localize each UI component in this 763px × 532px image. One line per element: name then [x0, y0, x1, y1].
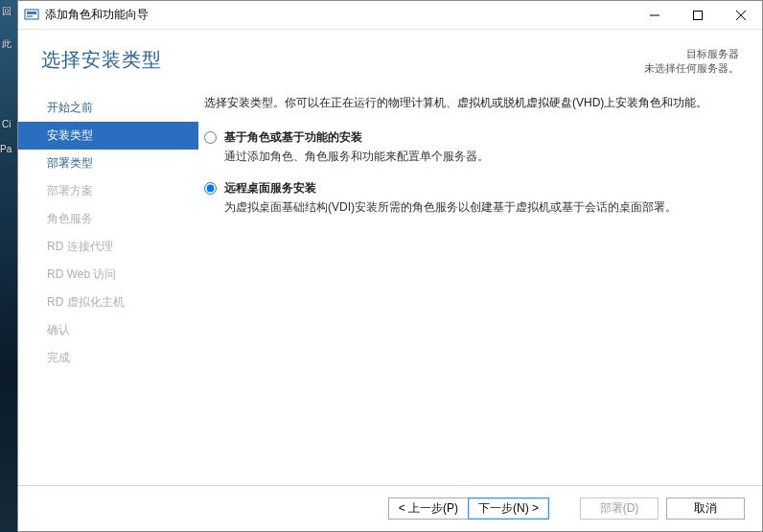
bg-text: 此 — [2, 38, 12, 49]
option-description: 为虚拟桌面基础结构(VDI)安装所需的角色服务以创建基于虚拟机或基于会话的桌面部… — [224, 198, 735, 216]
nav-installation-type[interactable]: 安装类型 — [18, 122, 198, 150]
minimize-button[interactable] — [633, 1, 676, 29]
nav-completion: 完成 — [18, 344, 198, 372]
server-manager-icon — [24, 8, 39, 23]
header: 选择安装类型 目标服务器 未选择任何服务器。 — [18, 30, 762, 90]
window-title: 添加角色和功能向导 — [45, 7, 149, 23]
nav-rd-virtualization-host: RD 虚拟化主机 — [18, 289, 198, 316]
body: 开始之前 安装类型 部署类型 部署方案 角色服务 RD 连接代理 RD Web … — [18, 90, 762, 478]
destination-label: 目标服务器 — [644, 47, 739, 61]
content-intro: 选择安装类型。你可以在正在运行的物理计算机、虚拟机或脱机虚拟硬盘(VHD)上安装… — [204, 94, 735, 112]
content-pane: 选择安装类型。你可以在正在运行的物理计算机、虚拟机或脱机虚拟硬盘(VHD)上安装… — [198, 90, 762, 478]
wizard-footer: < 上一步(P) 下一步(N) > 部署(D) 取消 — [18, 485, 762, 531]
next-button[interactable]: 下一步(N) > — [468, 497, 549, 520]
svg-rect-1 — [27, 12, 36, 14]
page-title: 选择安装类型 — [41, 47, 162, 73]
destination-status: 未选择任何服务器。 — [644, 61, 739, 76]
radio-remote-desktop[interactable] — [204, 182, 217, 195]
option-body: 远程桌面服务安装 为虚拟桌面基础结构(VDI)安装所需的角色服务以创建基于虚拟机… — [224, 180, 735, 216]
option-body: 基于角色或基于功能的安装 通过添加角色、角色服务和功能来配置单个服务器。 — [224, 129, 735, 165]
wizard-nav: 开始之前 安装类型 部署类型 部署方案 角色服务 RD 连接代理 RD Web … — [18, 90, 198, 478]
background-fragment: 回 此 Ci Pa — [0, 0, 17, 532]
titlebar: 添加角色和功能向导 — [18, 1, 762, 30]
nav-deployment-scenario: 部署方案 — [18, 177, 198, 205]
nav-rd-connection-broker: RD 连接代理 — [18, 233, 198, 261]
bg-text: Ci — [2, 119, 11, 129]
destination-info: 目标服务器 未选择任何服务器。 — [644, 47, 739, 77]
radio-role-based[interactable] — [204, 131, 217, 144]
wizard-window: 添加角色和功能向导 选择安装类型 目标服务器 未选择任何服务器。 开始之前 安装… — [17, 0, 763, 532]
option-title: 远程桌面服务安装 — [224, 180, 735, 197]
minimize-icon — [650, 11, 659, 20]
svg-rect-2 — [27, 15, 33, 17]
nav-button-group: < 上一步(P) 下一步(N) > — [388, 497, 549, 520]
bg-text: 回 — [2, 6, 12, 16]
option-remote-desktop[interactable]: 远程桌面服务安装 为虚拟桌面基础结构(VDI)安装所需的角色服务以创建基于虚拟机… — [204, 180, 735, 216]
window-controls — [633, 1, 762, 29]
maximize-button[interactable] — [676, 1, 719, 29]
option-title: 基于角色或基于功能的安装 — [224, 129, 735, 146]
option-role-based[interactable]: 基于角色或基于功能的安装 通过添加角色、角色服务和功能来配置单个服务器。 — [204, 129, 735, 165]
nav-deployment-type[interactable]: 部署类型 — [18, 150, 198, 177]
close-icon — [736, 11, 746, 20]
maximize-icon — [693, 11, 703, 20]
deploy-button: 部署(D) — [580, 497, 659, 520]
nav-before-you-begin[interactable]: 开始之前 — [18, 94, 198, 122]
nav-role-services: 角色服务 — [18, 205, 198, 233]
cancel-button[interactable]: 取消 — [666, 497, 745, 520]
svg-rect-4 — [693, 11, 702, 19]
option-description: 通过添加角色、角色服务和功能来配置单个服务器。 — [224, 148, 735, 165]
bg-text: Pa — [0, 144, 12, 154]
close-button[interactable] — [719, 1, 762, 29]
nav-rd-web-access: RD Web 访问 — [18, 261, 198, 289]
nav-confirmation: 确认 — [18, 316, 198, 344]
previous-button[interactable]: < 上一步(P) — [388, 497, 468, 520]
